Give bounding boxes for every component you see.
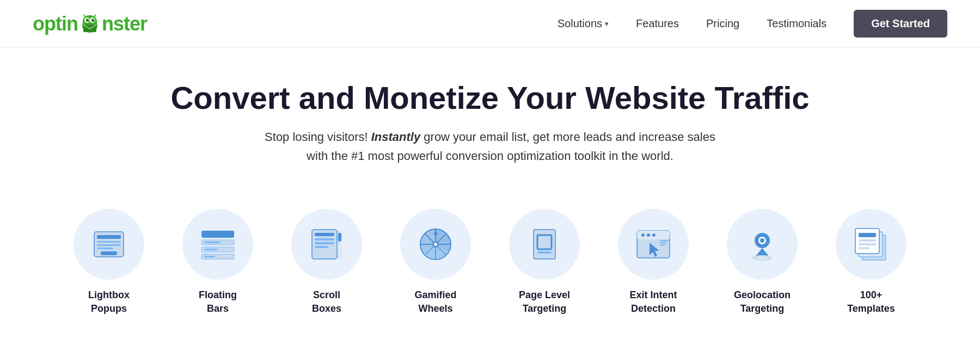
feature-geolocation: GeolocationTargeting (708, 209, 817, 316)
svg-rect-49 (859, 239, 876, 242)
svg-point-39 (652, 233, 656, 237)
page-level-label: Page LevelTargeting (519, 288, 570, 316)
svg-point-42 (760, 238, 764, 243)
feature-page-level: Page LevelTargeting (490, 209, 599, 316)
templates-label: 100+Templates (847, 288, 895, 316)
templates-icon-wrap (836, 209, 906, 280)
svg-point-37 (641, 233, 645, 237)
feature-floating: FloatingBars (163, 209, 272, 316)
svg-point-7 (93, 19, 94, 20)
svg-rect-17 (204, 242, 220, 243)
floating-label: FloatingBars (199, 288, 237, 316)
nav-solutions[interactable]: Solutions ▾ (558, 17, 609, 30)
nav-testimonials[interactable]: Testimonials (767, 17, 826, 30)
svg-rect-28 (338, 233, 341, 242)
nav-features[interactable]: Features (636, 17, 679, 30)
geolocation-icon-wrap (727, 209, 798, 280)
svg-rect-19 (204, 249, 218, 250)
page-level-targeting-icon (525, 225, 564, 263)
floating-icon-wrap (182, 209, 253, 280)
svg-rect-48 (859, 233, 876, 237)
scroll-icon-wrap (291, 209, 362, 280)
header: optin nster (0, 0, 980, 48)
svg-rect-51 (859, 247, 869, 249)
svg-point-44 (756, 256, 768, 260)
floating-bars-icon (199, 225, 237, 263)
svg-rect-15 (201, 231, 234, 238)
svg-point-5 (91, 18, 95, 22)
svg-point-38 (647, 233, 650, 237)
feature-lightbox: LightboxPopups (54, 209, 163, 316)
svg-point-4 (86, 18, 89, 22)
svg-rect-24 (315, 238, 334, 240)
lightbox-icon (90, 225, 128, 263)
svg-rect-23 (315, 233, 334, 236)
scroll-boxes-icon (308, 225, 346, 263)
templates-icon (852, 225, 890, 263)
nav-pricing[interactable]: Pricing (706, 17, 739, 30)
svg-point-6 (88, 19, 89, 20)
svg-rect-50 (859, 243, 876, 245)
lightbox-icon-wrap (74, 209, 144, 280)
svg-rect-11 (97, 241, 121, 243)
feature-exit-intent: Exit IntentDetection (599, 209, 708, 316)
geolocation-label: GeolocationTargeting (734, 288, 791, 316)
svg-rect-21 (204, 256, 215, 257)
svg-rect-13 (97, 248, 113, 249)
hero-title: Convert and Monetize Your Website Traffi… (11, 81, 969, 115)
logo-text-after: nster (102, 13, 147, 35)
lightbox-label: LightboxPopups (88, 288, 130, 316)
logo[interactable]: optin nster (33, 13, 147, 35)
geolocation-targeting-icon (743, 225, 781, 263)
hero-section: Convert and Monetize Your Website Traffi… (0, 48, 980, 187)
svg-rect-10 (97, 235, 121, 239)
gamified-label: GamifiedWheels (414, 288, 456, 316)
exit-intent-icon-wrap (618, 209, 689, 280)
exit-intent-label: Exit IntentDetection (629, 288, 677, 316)
chevron-down-icon: ▾ (605, 20, 609, 28)
gamified-wheels-icon (416, 225, 455, 263)
svg-rect-12 (97, 244, 121, 246)
main-nav: Solutions ▾ Features Pricing Testimonial… (558, 10, 947, 38)
svg-rect-25 (315, 242, 334, 244)
feature-gamified: GamifiedWheels (381, 209, 490, 316)
gamified-icon-wrap (400, 209, 471, 280)
get-started-button[interactable]: Get Started (854, 10, 947, 38)
feature-scroll: ScrollBoxes (272, 209, 381, 316)
exit-intent-detection-icon (634, 225, 672, 263)
svg-point-31 (434, 243, 437, 246)
svg-rect-14 (101, 251, 117, 255)
features-row: LightboxPopups FloatingBars (0, 187, 980, 332)
scroll-label: ScrollBoxes (312, 288, 341, 316)
logo-monster-icon (78, 13, 101, 35)
svg-rect-34 (537, 251, 552, 254)
svg-rect-26 (315, 246, 328, 248)
logo-text: optin (33, 13, 78, 35)
feature-templates: 100+Templates (817, 209, 926, 316)
hero-subtitle: Stop losing visitors! Instantly grow you… (256, 127, 724, 165)
page-level-icon-wrap (509, 209, 580, 280)
